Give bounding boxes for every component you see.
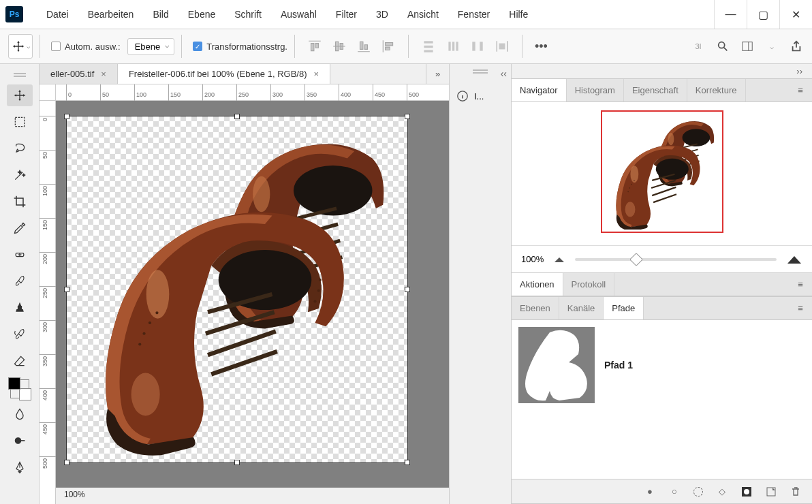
more-options[interactable]: ••• [529,40,553,54]
transform-handle[interactable] [234,460,240,465]
delete-path-icon[interactable] [790,486,801,497]
menu-datei[interactable]: Datei [37,6,78,22]
collapsed-panel[interactable]: ‹‹ I... [449,64,512,504]
align-bottom-icon[interactable] [356,39,371,54]
collapsed-info-item[interactable]: I... [450,86,511,106]
ruler-vertical[interactable]: 050100150200250300350400450500 [40,101,56,504]
move-tool-icon[interactable]: ⌵ [8,34,33,59]
stroke-path-icon[interactable]: ○ [669,486,680,497]
panel-menu-icon[interactable]: ≡ [789,273,812,296]
menu-bild[interactable]: Bild [143,6,178,22]
path-item[interactable]: Pfad 1 [518,327,805,403]
transform-handle[interactable] [64,114,69,119]
search-icon[interactable] [715,39,730,54]
transform-controls-checkbox[interactable] [193,42,202,51]
share-icon[interactable] [789,39,804,54]
move-tool[interactable] [7,84,33,106]
zoom-slider[interactable] [575,258,777,261]
menu-3d[interactable]: 3D [366,6,398,22]
panel-menu-icon[interactable]: ≡ [789,79,812,101]
clone-stamp-tool[interactable] [7,297,33,319]
color-swatches[interactable] [10,379,29,398]
menu-ebene[interactable]: Ebene [178,6,225,22]
ruler-horizontal[interactable]: 050100150200250300350400450500 [56,84,449,101]
tab-kanäle[interactable]: Kanäle [559,297,604,319]
history-brush-tool[interactable] [7,324,33,345]
transform-handle[interactable] [64,460,69,465]
eraser-tool[interactable] [7,350,33,372]
menu-auswahl[interactable]: Auswahl [271,6,326,22]
healing-brush-tool[interactable] [7,244,33,266]
tab-eigenschaft[interactable]: Eigenschaft [624,79,687,101]
eyedropper-tool[interactable] [7,217,33,239]
zoom-slider-knob[interactable] [629,253,643,266]
close-icon[interactable]: × [313,69,319,79]
magic-wand-tool[interactable] [7,164,33,186]
transform-handle[interactable] [234,114,240,119]
expand-left-icon[interactable]: ‹‹ [501,68,507,79]
menu-schrift[interactable]: Schrift [225,6,271,22]
tab-histogram[interactable]: Histogram [567,79,624,101]
transform-bounding-box[interactable] [66,116,408,463]
panel-menu-icon[interactable]: ≡ [789,297,812,319]
transform-controls-option[interactable]: Transformationsstrg. [193,42,287,52]
menu-hilfe[interactable]: Hilfe [499,6,537,22]
dodge-tool[interactable] [7,430,33,452]
transform-handle[interactable] [405,460,410,465]
panel-layout-icon[interactable] [740,39,755,54]
auto-select-checkbox[interactable] [51,42,61,51]
transform-handle[interactable] [64,287,69,292]
add-mask-icon[interactable] [741,486,752,497]
navigator-thumbnail[interactable] [601,110,723,233]
align-top-icon[interactable] [307,39,322,54]
zoom-in-icon[interactable] [786,254,802,265]
tab-ebenen[interactable]: Ebenen [512,297,559,319]
marquee-tool[interactable] [7,111,33,133]
menu-fenster[interactable]: Fenster [448,6,499,22]
close-icon[interactable]: × [101,69,106,79]
path-thumbnail[interactable] [518,327,595,403]
menu-ansicht[interactable]: Ansicht [398,6,448,22]
tabs-overflow-icon[interactable]: » [426,64,449,84]
selection-to-path-icon[interactable]: ◇ [717,486,728,497]
crop-tool[interactable] [7,191,33,212]
lasso-tool[interactable] [7,138,33,159]
tab-navigator[interactable]: Navigator [512,79,567,101]
tab-aktionen[interactable]: Aktionen [512,273,563,296]
3d-mode-icon[interactable]: 3I [691,39,706,54]
canvas[interactable] [56,101,449,488]
toolbar-grip[interactable] [6,69,33,78]
distribute-hcenter-icon[interactable] [446,39,460,54]
align-left-icon[interactable] [381,39,396,54]
ruler-origin[interactable] [40,84,56,101]
transform-handle[interactable] [405,114,410,119]
maximize-button[interactable]: ▢ [747,0,779,29]
auto-select-option[interactable]: Autom. ausw.: [51,42,121,52]
pen-tool[interactable] [7,456,33,478]
artboard[interactable] [66,116,408,463]
close-button[interactable]: ✕ [779,0,812,29]
align-vcenter-icon[interactable] [332,39,347,54]
panel-dropdown-icon[interactable]: ⌵ [764,39,779,54]
tab-pfade[interactable]: Pfade [604,297,644,319]
tab-protokoll[interactable]: Protokoll [563,273,615,296]
brush-tool[interactable] [7,270,33,292]
auto-select-dropdown[interactable]: Ebene [127,38,175,55]
menu-bearbeiten[interactable]: Bearbeiten [78,6,144,22]
menu-filter[interactable]: Filter [326,6,366,22]
path-to-selection-icon[interactable] [693,487,703,497]
document-tab-active[interactable]: Freisteller-006.tif bei 100% (Ebene 1, R… [118,64,330,84]
distribute-bottom-icon[interactable] [470,39,485,54]
zoom-out-icon[interactable] [553,255,565,264]
fill-path-icon[interactable]: ● [644,486,655,497]
distribute-top-icon[interactable] [421,39,436,54]
distribute-right-icon[interactable] [495,39,510,54]
tab-korrekture[interactable]: Korrekture [687,79,746,101]
new-path-icon[interactable] [766,486,777,497]
panels-collapse-icon[interactable]: ›› [512,64,812,79]
document-tab-inactive[interactable]: eller-005.tif × [40,64,118,84]
transform-handle[interactable] [405,287,410,292]
minimize-button[interactable]: — [714,0,747,29]
blur-tool[interactable] [7,403,33,425]
panel-grip[interactable] [473,69,488,71]
